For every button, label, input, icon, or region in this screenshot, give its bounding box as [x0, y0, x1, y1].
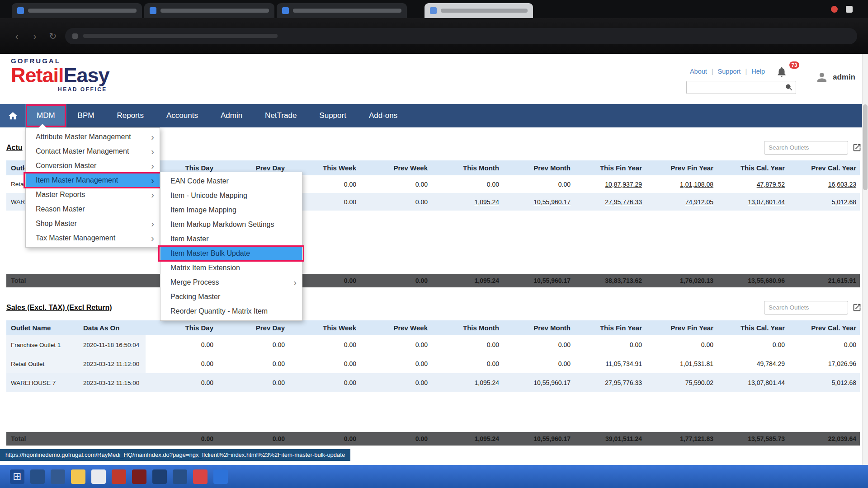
menu-item-item-markup-markdown-settings[interactable]: Item Markup Markdown Settings: [160, 217, 302, 232]
open-in-new-icon[interactable]: [852, 303, 862, 312]
menu-item-contact-master-management[interactable]: Contact Master Management›: [26, 144, 160, 159]
menu-item-shop-master[interactable]: Shop Master›: [26, 216, 160, 231]
taskbar-app-4-icon[interactable]: [112, 469, 126, 484]
menu-item-packing-master[interactable]: Packing Master: [160, 290, 302, 304]
drilldown-link[interactable]: 10,87,937.29: [605, 181, 642, 188]
nav-item-accounts[interactable]: Accounts: [155, 104, 209, 127]
chevron-right-icon: ›: [151, 147, 154, 156]
column-header-this-cal-year: This Cal. Year: [717, 320, 788, 335]
nav-item-admin[interactable]: Admin: [209, 104, 254, 127]
column-header-prev-month: Prev Month: [503, 320, 574, 335]
value-cell: 0.00: [360, 175, 431, 193]
drilldown-link[interactable]: 1,095.24: [475, 198, 500, 206]
outlet-search-input[interactable]: [764, 141, 848, 155]
menu-item-matrix-item-extension[interactable]: Matrix Item Extension: [160, 261, 302, 275]
taskbar-app-3-icon[interactable]: [91, 469, 106, 484]
user-menu[interactable]: admin: [815, 70, 855, 84]
notification-bell-icon[interactable]: [776, 66, 788, 78]
scrollbar-track[interactable]: [862, 54, 868, 465]
menu-item-conversion-master[interactable]: Conversion Master›: [26, 159, 160, 173]
total-value-cell: 0.00: [288, 432, 360, 446]
value-cell: 0.00: [288, 335, 360, 354]
taskbar-app-2-icon[interactable]: [51, 469, 65, 484]
drilldown-link[interactable]: 13,07,801.44: [748, 198, 785, 206]
menu-item-tax-master-management[interactable]: Tax Master Management›: [26, 231, 160, 245]
drilldown-link[interactable]: 5,012.68: [832, 198, 857, 206]
window-restore-icon[interactable]: [846, 6, 853, 13]
menu-item-reorder-quantity-matrix-item[interactable]: Reorder Quantity - Matrix Item: [160, 304, 302, 319]
menu-item-item-master-management[interactable]: Item Master Management›: [26, 173, 160, 188]
drilldown-link[interactable]: 27,95,776.33: [605, 198, 642, 206]
column-header-this-fin-year: This Fin Year: [574, 320, 646, 335]
logo-word-easy: Easy: [64, 64, 109, 87]
taskbar-app-9-icon[interactable]: [213, 469, 228, 484]
browser-tab[interactable]: [277, 3, 407, 18]
menu-item-master-reports[interactable]: Master Reports›: [26, 188, 160, 202]
header-link-about[interactable]: About: [690, 68, 707, 75]
header-link-help[interactable]: Help: [751, 68, 765, 75]
total-value-cell: 22,039.64: [788, 432, 860, 446]
open-in-new-icon[interactable]: [852, 143, 862, 152]
menu-item-label: EAN Code Master: [170, 177, 297, 185]
menu-item-label: Item Image Mapping: [170, 206, 297, 214]
browser-tab[interactable]: [12, 3, 142, 18]
back-icon[interactable]: ‹: [11, 32, 23, 41]
total-value-cell: 10,55,960.17: [503, 274, 574, 287]
drilldown-link[interactable]: 1,01,108.08: [680, 181, 713, 188]
taskbar-folder-icon[interactable]: [71, 469, 85, 484]
drilldown-link[interactable]: 47,879.52: [757, 181, 785, 188]
scrollbar-thumb[interactable]: [863, 104, 868, 190]
address-bar[interactable]: [65, 28, 857, 44]
outlet-search-input[interactable]: [764, 301, 848, 314]
value-cell: 1,095.24: [431, 193, 503, 211]
menu-item-reason-master[interactable]: Reason Master: [26, 202, 160, 216]
value-cell: 1,01,108.08: [646, 175, 717, 193]
column-header-prev-fin-year: Prev Fin Year: [646, 320, 717, 335]
logo-brand-text: GOFRUGAL: [11, 57, 109, 64]
menu-item-item-unicode-mapping[interactable]: Item - Unicode Mapping: [160, 188, 302, 203]
menu-item-ean-code-master[interactable]: EAN Code Master: [160, 174, 302, 188]
value-cell: 74,912.05: [646, 193, 717, 211]
column-header-this-month: This Month: [431, 160, 503, 175]
taskbar-app-6-icon[interactable]: [152, 469, 167, 484]
drilldown-link[interactable]: 10,55,960.17: [533, 198, 571, 206]
global-search-input[interactable]: [686, 81, 796, 94]
drilldown-link[interactable]: 74,912.05: [685, 198, 713, 206]
taskbar-app-5-icon[interactable]: [132, 469, 146, 484]
taskbar-start-icon[interactable]: ⊞: [10, 469, 24, 484]
value-cell: 0.00: [360, 354, 431, 373]
menu-item-merge-process[interactable]: Merge Process›: [160, 275, 302, 290]
menu-item-attribute-master-management[interactable]: Attribute Master Management›: [26, 130, 160, 144]
taskbar-app-7-icon[interactable]: [173, 469, 187, 484]
nav-item-nettrade[interactable]: NetTrade: [254, 104, 308, 127]
menu-item-item-image-mapping[interactable]: Item Image Mapping: [160, 203, 302, 217]
nav-item-bpm[interactable]: BPM: [66, 104, 106, 127]
drilldown-link[interactable]: 16,603.23: [828, 181, 856, 188]
search-icon[interactable]: [785, 83, 793, 92]
menu-item-item-master-bulk-update[interactable]: Item Master Bulk Update: [160, 246, 302, 261]
nav-item-reports[interactable]: Reports: [105, 104, 155, 127]
window-close-icon[interactable]: [831, 6, 838, 13]
browser-tab[interactable]: [144, 3, 274, 18]
mdm-dropdown-menu: Attribute Master Management›Contact Mast…: [25, 127, 160, 248]
total-value-cell: 1,095.24: [431, 274, 503, 287]
menu-item-item-master[interactable]: Item Master: [160, 232, 302, 246]
taskbar-app-8-icon[interactable]: [193, 469, 208, 484]
value-cell: 0.00: [717, 335, 788, 354]
reload-icon[interactable]: ↻: [47, 32, 59, 41]
home-button[interactable]: [0, 104, 25, 127]
column-header-prev-day: Prev Day: [217, 320, 288, 335]
tab-favicon-icon: [17, 7, 24, 14]
nav-item-add-ons[interactable]: Add-ons: [358, 104, 409, 127]
notification-badge[interactable]: 73: [788, 61, 800, 70]
header-link-support[interactable]: Support: [718, 68, 741, 75]
nav-item-support[interactable]: Support: [308, 104, 358, 127]
forward-icon[interactable]: ›: [29, 32, 41, 41]
gofrugal-logo: GOFRUGAL RetailEasy HEAD OFFICE: [11, 57, 109, 92]
link-preview-bar: https://hqonlinedemo.gofrugal.com/RayMed…: [0, 449, 350, 461]
taskbar-app-1-icon[interactable]: [30, 469, 45, 484]
browser-tab-active[interactable]: [425, 3, 533, 18]
total-value-cell: 0.00: [217, 432, 288, 446]
chevron-right-icon: ›: [293, 278, 297, 287]
menu-item-label: Reason Master: [36, 205, 154, 213]
